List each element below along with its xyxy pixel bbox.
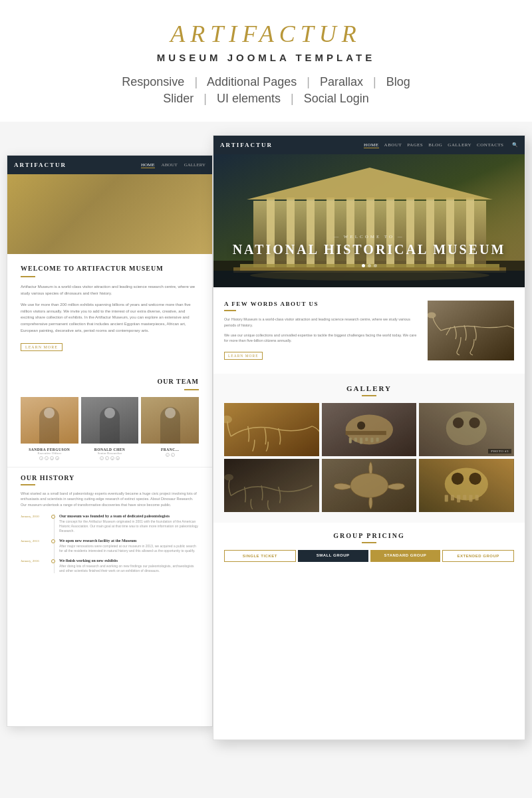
- timeline-date-2: January, 2013: [21, 539, 51, 553]
- team-photos: [21, 397, 199, 444]
- svg-rect-33: [419, 403, 514, 456]
- pricing-tabs: SINGLE TICKET SMALL GROUP STANDARD GROUP…: [224, 550, 514, 562]
- gallery-item-1[interactable]: [224, 403, 319, 456]
- team-photo-3: [141, 397, 199, 444]
- pricing-section: GROUP PRICING SINGLE TICKET SMALL GROUP …: [213, 523, 525, 569]
- pricing-tab-extended[interactable]: EXTENDED GROUP: [442, 550, 514, 562]
- svg-point-36: [469, 418, 480, 428]
- svg-rect-31: [370, 438, 373, 442]
- gallery-label-3: PHOTO #3: [488, 449, 511, 454]
- timeline-content-2: We open new research facility at the Mus…: [55, 539, 199, 553]
- hero-dot-1[interactable]: [362, 264, 365, 267]
- svg-rect-30: [365, 438, 368, 441]
- about-section: A FEW WORDS ABOUT US Our History Museum …: [213, 287, 525, 374]
- left-nav: ARTIFACTUR HOME ABOUT GALLERY: [7, 156, 212, 174]
- svg-rect-28: [354, 438, 357, 442]
- about-para1: Our History Museum is a world-class visi…: [224, 317, 420, 329]
- timeline-content-3: We finish working on new exhibits After …: [55, 559, 199, 573]
- header: ARTIFACTUR MUSEUM JOOMLA TEMPLATE Respon…: [0, 0, 532, 122]
- left-hero: [7, 174, 212, 254]
- team-member-3: FRANC... f t: [141, 448, 199, 460]
- right-nav-links: HOME ABOUT PAGES BLOG GALLERY CONTACTS 🔍: [364, 142, 518, 148]
- svg-rect-45: [445, 495, 448, 501]
- timeline-dot-3: [51, 559, 55, 563]
- gallery-section: GALLERY: [213, 374, 525, 523]
- about-title: A FEW WORDS ABOUT US: [224, 301, 420, 307]
- gallery-title: GALLERY: [224, 384, 514, 392]
- pricing-tab-standard[interactable]: STANDARD GROUP: [370, 550, 441, 562]
- team-names: SANDRA FERGUSON Executive Officer f t g …: [21, 448, 199, 460]
- team-photo-2: [81, 397, 139, 444]
- team-social-3: f t: [141, 453, 199, 457]
- gallery-item-2[interactable]: [322, 403, 417, 456]
- about-learn-more[interactable]: LEARN MORE: [224, 352, 263, 360]
- left-nav-links: HOME ABOUT GALLERY: [141, 162, 205, 168]
- svg-rect-49: [469, 495, 473, 501]
- left-welcome-body2: We use for more than 200 million exhibit…: [21, 302, 199, 334]
- svg-rect-29: [360, 438, 362, 444]
- svg-point-26: [357, 422, 365, 430]
- svg-point-22: [224, 416, 231, 423]
- gallery-item-5[interactable]: [322, 459, 417, 512]
- left-logo: ARTIFACTUR: [14, 162, 66, 168]
- pricing-title: GROUP PRICING: [224, 532, 514, 539]
- features-row1: Responsive | Additional Pages | Parallax…: [13, 75, 519, 89]
- svg-point-40: [350, 473, 388, 498]
- gallery-grid: PHOTO #3: [224, 403, 514, 512]
- timeline-item-1: January, 2010 Our museum was founded by …: [21, 514, 199, 533]
- about-text: A FEW WORDS ABOUT US Our History Museum …: [224, 301, 420, 360]
- hero-dot-3[interactable]: [374, 264, 377, 267]
- left-learn-more[interactable]: LEARN MORE: [21, 343, 63, 351]
- right-preview: ARTIFACTUR HOME ABOUT PAGES BLOG GALLERY…: [213, 135, 525, 740]
- timeline: January, 2010 Our museum was founded by …: [21, 514, 199, 573]
- hero-overlay: — WELCOME TO — NATIONAL HISTORICAL MUSEU…: [213, 234, 525, 267]
- timeline-content-1: Our museum was founded by a team of dedi…: [55, 514, 199, 533]
- pricing-tab-single[interactable]: SINGLE TICKET: [224, 550, 296, 562]
- hero-background: — WELCOME TO — NATIONAL HISTORICAL MUSEU…: [213, 154, 525, 287]
- search-icon[interactable]: 🔍: [512, 142, 519, 148]
- team-photo-1: [21, 397, 78, 444]
- features-row2: Slider | UI elements | Social Login: [13, 92, 519, 106]
- svg-rect-46: [451, 495, 454, 500]
- svg-point-18: [250, 270, 489, 281]
- left-history-title: OUR HISTORY: [21, 474, 199, 481]
- dino-svg: [428, 301, 514, 360]
- timeline-item-3: January, 2016 We finish working on new e…: [21, 559, 199, 573]
- timeline-item-2: January, 2013 We open new research facil…: [21, 539, 199, 553]
- hero-dot-2[interactable]: [368, 264, 371, 267]
- about-para2: We use our unique collections and unriva…: [224, 332, 420, 344]
- svg-point-42: [445, 468, 488, 501]
- gallery-item-6[interactable]: [419, 459, 514, 512]
- left-welcome: WELCOME TO ARTIFACTUR MUSEUM Artifactur …: [7, 254, 212, 371]
- svg-rect-32: [376, 438, 378, 442]
- gallery-item-3[interactable]: PHOTO #3: [419, 403, 514, 456]
- pricing-underline: [362, 542, 376, 543]
- history-intro: What started as a small band of paleonto…: [21, 491, 199, 507]
- svg-rect-21: [224, 403, 319, 456]
- svg-rect-37: [224, 459, 319, 512]
- left-history: OUR HISTORY What started as a small band…: [7, 467, 212, 585]
- hero-museum-name: NATIONAL HISTORICAL MUSEUM: [213, 242, 525, 257]
- timeline-dot-2: [51, 539, 55, 543]
- svg-point-38: [225, 475, 233, 480]
- museum-building-svg: [213, 154, 525, 287]
- team-social-1: f t g in: [21, 456, 78, 460]
- right-logo: ARTIFACTUR: [220, 142, 273, 148]
- left-welcome-title: WELCOME TO ARTIFACTUR MUSEUM: [21, 265, 199, 272]
- svg-point-35: [453, 418, 464, 428]
- gallery-item-4[interactable]: [224, 459, 319, 512]
- pricing-tab-small[interactable]: SMALL GROUP: [298, 550, 368, 562]
- left-team-title: OUR TEAM: [21, 378, 199, 385]
- preview-area: ARTIFACTUR HOME ABOUT GALLERY WELCOME TO…: [7, 135, 525, 747]
- svg-point-43: [452, 473, 464, 485]
- subtitle: MUSEUM JOOMLA TEMPLATE: [13, 52, 519, 63]
- svg-rect-50: [475, 495, 479, 500]
- svg-rect-25: [345, 431, 386, 435]
- svg-point-24: [345, 415, 392, 445]
- svg-rect-27: [348, 438, 351, 443]
- brand-title: ARTIFACTUR: [13, 20, 519, 48]
- team-social-2: f t g in: [81, 456, 139, 460]
- hero-dots: [213, 264, 525, 267]
- team-member-2: RONALD CHEN Senior Researcher f t g in: [81, 448, 139, 460]
- left-welcome-body: Artifactur Museum is a world-class visit…: [21, 284, 199, 297]
